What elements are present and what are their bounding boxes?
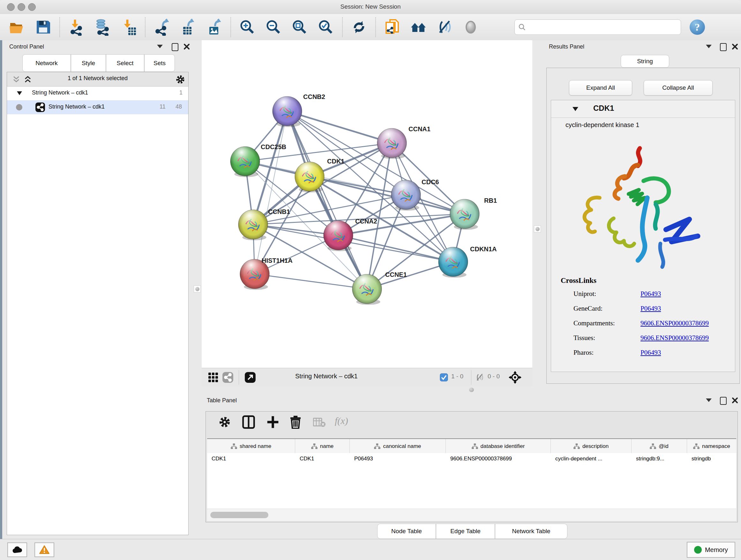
- string-home-icon[interactable]: [410, 18, 427, 36]
- crosslink-tissues[interactable]: 9606.ENSP00000378699: [641, 334, 709, 342]
- panel-float-icon[interactable]: [172, 43, 179, 51]
- splitter-collapse-handle[interactable]: [194, 286, 201, 293]
- network-tree-row-selected[interactable]: String Network – cdk1 11 48: [7, 100, 188, 114]
- network-node-CDK1[interactable]: [295, 162, 324, 192]
- network-node-CCNA2[interactable]: [324, 221, 353, 251]
- column-header-shared-name[interactable]: shared name: [207, 439, 295, 454]
- zoom-selected-icon[interactable]: [317, 18, 334, 36]
- protein-description: cyclin-dependent kinase 1: [565, 121, 639, 129]
- tab-node-table[interactable]: Node Table: [377, 523, 436, 539]
- show-details-icon[interactable]: [462, 18, 479, 36]
- vertical-splitter-right[interactable]: [532, 40, 542, 393]
- tab-network[interactable]: Network: [22, 54, 71, 72]
- results-panel: Results Panel String Expand All Collapse…: [542, 40, 741, 393]
- crosslink-label: Compartments:: [574, 319, 615, 327]
- column-header-namespace[interactable]: namespace: [687, 439, 736, 454]
- select-columns-icon[interactable]: [242, 415, 255, 429]
- selected-checkbox-icon[interactable]: [440, 373, 448, 381]
- network-node-CDC25B[interactable]: [230, 146, 260, 177]
- network-node-CCNE1[interactable]: [352, 274, 382, 305]
- panel-menu-icon[interactable]: [706, 45, 712, 48]
- network-edge[interactable]: [338, 235, 453, 262]
- tab-string[interactable]: String: [621, 55, 669, 68]
- horizontal-splitter[interactable]: [202, 386, 532, 393]
- birdseye-view-icon[interactable]: [509, 371, 522, 384]
- scrollbar-thumb[interactable]: [210, 512, 268, 518]
- zoom-fit-icon[interactable]: [291, 18, 308, 36]
- panel-menu-icon[interactable]: [706, 398, 712, 402]
- tree-expand-icon[interactable]: [17, 91, 22, 96]
- column-header-name[interactable]: name: [295, 439, 350, 454]
- import-network-from-file-icon[interactable]: [68, 18, 85, 36]
- column-header-database-identifier[interactable]: database identifier: [446, 439, 551, 454]
- save-session-icon[interactable]: [35, 18, 52, 36]
- column-header-description[interactable]: description: [551, 439, 631, 454]
- protein-card-header[interactable]: CDK1: [551, 100, 735, 118]
- network-edge[interactable]: [255, 274, 367, 289]
- network-badge-icon[interactable]: [222, 372, 233, 383]
- table-settings-gear-icon[interactable]: [219, 416, 231, 428]
- tab-edge-table[interactable]: Edge Table: [436, 523, 495, 539]
- network-node-CDC6[interactable]: [391, 180, 421, 211]
- panel-float-icon[interactable]: [720, 397, 727, 405]
- crosslink-compartments[interactable]: 9606.ENSP00000378699: [641, 319, 709, 327]
- network-canvas[interactable]: CCNB2CCNA1CDC25BCDK1CDC6RB1CCNB1CCNA2CDK…: [202, 40, 532, 368]
- tab-network-table[interactable]: Network Table: [495, 523, 567, 539]
- network-edge[interactable]: [255, 111, 287, 274]
- crosslink-pharos[interactable]: P06493: [641, 349, 661, 357]
- hide-details-icon[interactable]: [436, 18, 453, 36]
- network-edge[interactable]: [310, 177, 465, 214]
- panel-close-icon[interactable]: [731, 43, 738, 50]
- tab-style[interactable]: Style: [71, 54, 106, 72]
- grid-view-icon[interactable]: [208, 372, 218, 382]
- network-node-CCNA1[interactable]: [377, 128, 407, 159]
- collapse-all-button[interactable]: Collapse All: [644, 80, 713, 96]
- splitter-collapse-handle[interactable]: [534, 226, 541, 233]
- import-table-from-file-icon[interactable]: [120, 18, 137, 36]
- node-label-RB1: RB1: [484, 197, 497, 204]
- control-panel: Control Panel Network Style Select Sets: [2, 40, 192, 539]
- open-session-icon[interactable]: [8, 18, 25, 36]
- network-node-CDKN1A[interactable]: [439, 247, 468, 278]
- export-network-icon[interactable]: [153, 18, 171, 36]
- splitter-handle-icon[interactable]: [469, 388, 474, 392]
- delete-column-trash-icon[interactable]: [289, 415, 301, 429]
- crosslink-genecard[interactable]: P06493: [641, 305, 661, 313]
- panel-close-icon[interactable]: [731, 397, 738, 404]
- export-image-icon[interactable]: [205, 18, 223, 36]
- table-horizontal-scrollbar[interactable]: [207, 509, 736, 521]
- export-table-icon[interactable]: [179, 18, 197, 36]
- network-node-RB1[interactable]: [450, 199, 479, 230]
- network-edge[interactable]: [287, 111, 367, 289]
- panel-float-icon[interactable]: [720, 43, 727, 51]
- import-network-from-database-icon[interactable]: [94, 18, 111, 36]
- network-node-CCNB1[interactable]: [239, 210, 268, 240]
- crosslink-uniprot[interactable]: P06493: [641, 290, 661, 298]
- panel-close-icon[interactable]: [183, 43, 190, 50]
- memory-button[interactable]: Memory: [687, 542, 735, 558]
- search-input[interactable]: [526, 23, 677, 31]
- zoom-out-icon[interactable]: [265, 18, 282, 36]
- collapse-section-icon[interactable]: [572, 107, 579, 111]
- help-icon[interactable]: ?: [689, 18, 706, 36]
- expand-all-button[interactable]: Expand All: [569, 80, 632, 96]
- duplicate-network-icon[interactable]: [384, 18, 401, 36]
- search-field[interactable]: [515, 19, 681, 35]
- network-edge[interactable]: [287, 111, 392, 143]
- cloud-status-button[interactable]: [7, 543, 27, 557]
- zoom-in-icon[interactable]: [239, 18, 256, 36]
- node-label-CCNA2: CCNA2: [355, 218, 377, 225]
- tab-sets[interactable]: Sets: [144, 54, 175, 72]
- add-column-icon[interactable]: [266, 415, 279, 429]
- warnings-button[interactable]: [35, 543, 54, 557]
- network-options-gear-icon[interactable]: [176, 75, 185, 84]
- open-in-new-window-icon[interactable]: [245, 372, 256, 383]
- table-row[interactable]: CDK1 CDK1 P06493 9606.ENSP00000378699 cy…: [207, 453, 736, 466]
- panel-menu-icon[interactable]: [157, 45, 163, 48]
- network-tree-parent-row[interactable]: String Network – cdk1 1: [7, 86, 188, 100]
- column-header-id[interactable]: @id: [631, 439, 687, 454]
- refresh-layout-icon[interactable]: [350, 18, 367, 36]
- vertical-splitter-left[interactable]: [192, 40, 202, 539]
- column-header-canonical-name[interactable]: canonical name: [350, 439, 446, 454]
- tab-select[interactable]: Select: [106, 54, 144, 72]
